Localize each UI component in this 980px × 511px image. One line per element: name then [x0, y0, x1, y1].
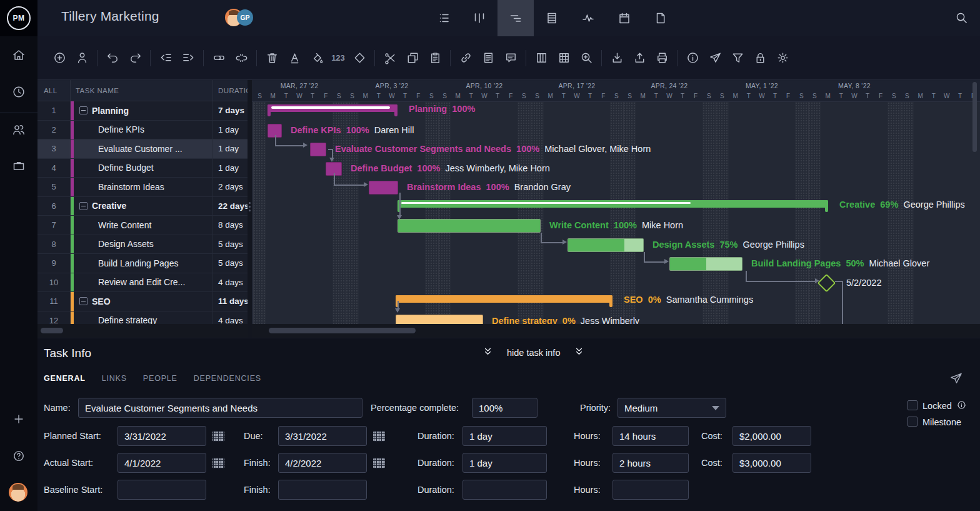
task-info-tab-dependencies[interactable]: DEPENDENCIES — [194, 374, 261, 383]
show-grid-button[interactable] — [552, 47, 575, 69]
table-row-review-and-edit-cre-[interactable]: 10Review and Edit Cre...4 days — [38, 273, 248, 293]
table-row-brainstorm-ideas[interactable]: 5Brainstorm Ideas2 days — [38, 178, 248, 197]
column-header-all[interactable]: ALL — [38, 87, 70, 94]
gantt-horizontal-scrollbar[interactable] — [269, 328, 416, 333]
add-new-icon[interactable] — [0, 405, 38, 433]
hours-input[interactable] — [612, 426, 689, 446]
column-header-duration[interactable]: DURATION — [212, 80, 248, 101]
paste-button[interactable] — [424, 47, 446, 69]
attach-link-button[interactable] — [454, 47, 477, 69]
text-format-button[interactable] — [283, 47, 306, 69]
info-button[interactable] — [681, 47, 704, 69]
summary-bar-creative[interactable] — [398, 200, 828, 208]
gantt-vertical-scrollbar[interactable] — [972, 82, 977, 152]
collapse-icon[interactable] — [79, 106, 88, 114]
table-row-define-budget[interactable]: 4Define Budget1 day — [38, 159, 248, 178]
duration-cell[interactable]: 4 days — [212, 311, 248, 325]
view-tab-board-view[interactable] — [461, 0, 498, 36]
task-bar-brainstorm-ideas[interactable] — [369, 181, 398, 195]
view-tab-sheet-view[interactable] — [534, 0, 570, 36]
duration-cell[interactable]: 1 day — [212, 121, 248, 139]
assign-people-button[interactable] — [71, 47, 93, 69]
import-button[interactable] — [606, 47, 628, 69]
duration-cell[interactable]: 8 days — [212, 216, 248, 235]
table-row-design-assets[interactable]: 8Design Assets5 days — [38, 235, 248, 255]
team-icon[interactable] — [0, 116, 38, 143]
duration-input[interactable] — [462, 480, 547, 500]
end-date-input[interactable] — [278, 480, 367, 500]
user-avatar[interactable] — [9, 483, 28, 502]
task-bar-define-strategy[interactable] — [396, 315, 483, 325]
table-horizontal-scrollbar[interactable] — [41, 328, 63, 333]
timesheets-icon[interactable] — [0, 78, 38, 106]
project-members[interactable]: GP — [225, 9, 253, 26]
summary-bar-seo[interactable] — [396, 295, 612, 303]
table-row-define-kpis[interactable]: 2Define KPIs1 day — [38, 121, 248, 140]
duration-cell[interactable]: 5 days — [212, 254, 248, 273]
delete-task-button[interactable] — [261, 47, 283, 69]
task-bar-evaluate-customer-segments-and-needs[interactable] — [310, 143, 326, 156]
task-bar-design-assets[interactable] — [568, 238, 644, 252]
pane-splitter[interactable] — [248, 80, 252, 338]
search-icon[interactable] — [954, 11, 969, 28]
table-row-evaluate-customer-[interactable]: 3Evaluate Customer ...1 day — [38, 139, 248, 159]
duration-cell[interactable]: 4 days — [212, 273, 248, 292]
hours-input[interactable] — [612, 480, 689, 500]
collapse-icon[interactable] — [79, 297, 88, 305]
duration-cell[interactable]: 5 days — [212, 235, 248, 254]
home-icon[interactable] — [0, 41, 38, 69]
task-name-cell[interactable]: Define KPIs — [70, 121, 212, 139]
duration-cell[interactable]: 1 day — [212, 139, 248, 158]
task-name-cell[interactable]: Creative — [70, 197, 212, 216]
task-name-cell[interactable]: Review and Edit Cre... — [70, 273, 212, 292]
columns-button[interactable] — [530, 47, 552, 69]
print-button[interactable] — [651, 47, 673, 69]
locked-info-icon[interactable] — [956, 400, 967, 412]
table-row-creative[interactable]: 6Creative22 days — [38, 197, 248, 216]
task-name-cell[interactable]: Write Content — [70, 216, 212, 235]
task-info-tab-people[interactable]: PEOPLE — [143, 374, 178, 383]
cut-button[interactable] — [379, 47, 401, 69]
calendar-icon[interactable] — [373, 431, 385, 442]
task-name-cell[interactable]: Build Landing Pages — [70, 254, 212, 273]
numbers-button[interactable]: 123 — [328, 47, 348, 69]
task-notes-button[interactable] — [477, 47, 499, 69]
zoom-in-button[interactable] — [575, 47, 598, 69]
duration-input[interactable] — [462, 453, 547, 473]
duration-input[interactable] — [462, 426, 547, 446]
cost-input[interactable] — [732, 453, 811, 473]
view-tab-doc-view[interactable] — [642, 0, 679, 36]
task-bar-build-landing-pages[interactable] — [669, 257, 742, 271]
priority-select[interactable]: Medium — [618, 398, 726, 418]
pm-logo[interactable]: PM — [7, 6, 31, 30]
task-name-cell[interactable]: Planning — [70, 101, 212, 120]
portfolio-icon[interactable] — [0, 152, 38, 180]
duration-cell[interactable]: 22 days — [212, 197, 248, 216]
locked-checkbox[interactable] — [908, 400, 918, 410]
table-row-planning[interactable]: 1Planning7 days — [38, 101, 248, 121]
cost-input[interactable] — [732, 426, 811, 446]
view-tab-gantt-view[interactable] — [498, 0, 534, 36]
task-info-tab-general[interactable]: GENERAL — [44, 374, 86, 383]
calendar-icon[interactable] — [373, 458, 385, 468]
column-header-task-name[interactable]: TASK NAME — [70, 80, 212, 101]
duration-cell[interactable]: 2 days — [212, 178, 248, 196]
redo-button[interactable] — [124, 47, 146, 69]
help-icon[interactable] — [0, 442, 38, 470]
task-name-cell[interactable]: Design Assets — [70, 235, 212, 254]
undo-button[interactable] — [101, 47, 124, 69]
lock-button[interactable] — [749, 47, 771, 69]
hours-input[interactable] — [612, 453, 689, 473]
milestone-checkbox[interactable] — [908, 417, 918, 427]
task-info-tab-links[interactable]: LINKS — [102, 374, 127, 383]
summary-bar-planning[interactable] — [268, 104, 398, 112]
end-date-input[interactable] — [278, 426, 367, 446]
view-tab-list-view[interactable] — [425, 0, 461, 36]
duration-cell[interactable]: 7 days — [212, 101, 248, 120]
table-row-build-landing-pages[interactable]: 9Build Landing Pages5 days — [38, 254, 248, 273]
collapse-icon[interactable] — [79, 202, 88, 210]
add-task-button[interactable] — [48, 47, 71, 69]
start-date-input[interactable] — [118, 480, 206, 500]
filter-button[interactable] — [726, 47, 749, 69]
unlink-tasks-button[interactable] — [230, 47, 252, 69]
